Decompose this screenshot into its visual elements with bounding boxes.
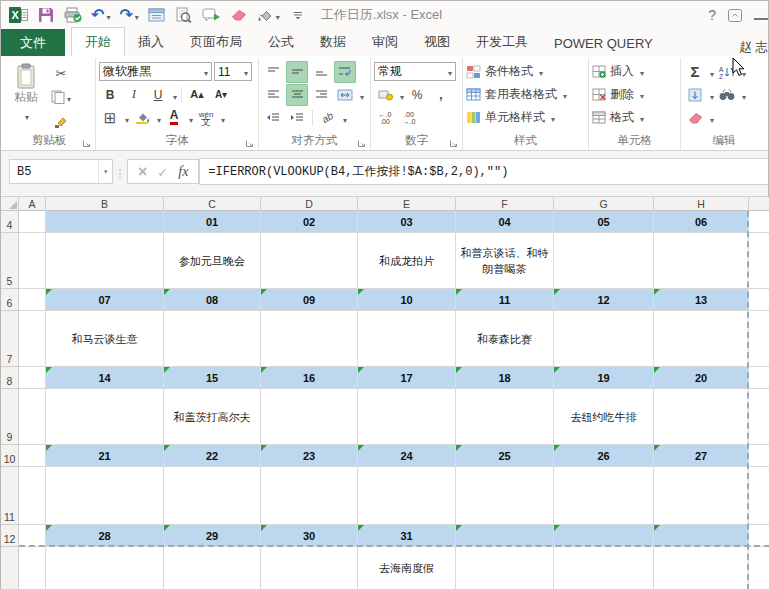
paste-button[interactable]: 粘贴 [6, 60, 46, 133]
font-dialog-launcher[interactable] [245, 139, 254, 148]
tab-page-layout[interactable]: 页面布局 [177, 28, 255, 56]
name-box[interactable]: B5 [9, 159, 113, 184]
grid-cell-E13[interactable]: 去海南度假 [358, 547, 456, 589]
increase-indent-button[interactable] [286, 107, 308, 129]
form-icon[interactable] [148, 5, 166, 25]
grid-cell-F13[interactable] [456, 547, 554, 589]
grid-cell-E9[interactable] [358, 389, 456, 445]
tab-developer[interactable]: 开发工具 [463, 28, 541, 56]
grid-cell-H6[interactable]: 13 [654, 289, 749, 311]
grid-cell-G5[interactable] [554, 233, 654, 289]
redo-caret-icon[interactable] [135, 6, 139, 24]
grid-cell-E8[interactable]: 17 [358, 367, 456, 389]
conditional-formatting-button[interactable]: 条件格式 [466, 60, 585, 83]
phonetic-guide-button[interactable]: wén文 [195, 107, 217, 129]
grid-cell-C12[interactable]: 29 [164, 525, 261, 547]
clipboard-dialog-launcher[interactable] [82, 139, 91, 148]
percent-style-button[interactable]: % [406, 84, 428, 106]
insert-function-button[interactable]: fx [178, 164, 188, 180]
orientation-caret-icon[interactable] [343, 109, 347, 127]
column-header-C[interactable]: C [164, 197, 261, 211]
grid-cell-G10[interactable]: 26 [554, 445, 654, 467]
grid-cell-A8[interactable] [19, 367, 46, 389]
align-right-button[interactable] [310, 84, 332, 106]
align-left-button[interactable] [262, 84, 284, 106]
grid-cell-F8[interactable]: 18 [456, 367, 554, 389]
column-header-B[interactable]: B [46, 197, 164, 211]
autosum-caret-icon[interactable] [710, 63, 714, 81]
redo-button[interactable]: ↷ [119, 5, 138, 25]
ribbon-display-options-button[interactable] [728, 9, 742, 22]
clear-caret-icon[interactable] [710, 109, 714, 127]
number-format-select[interactable]: 常规 [374, 62, 456, 81]
column-header-F[interactable]: F [456, 197, 554, 211]
grid-cell-D9[interactable] [261, 389, 358, 445]
undo-caret-icon[interactable] [106, 6, 110, 24]
quick-print-icon[interactable] [64, 5, 82, 25]
font-name-select[interactable]: 微软雅黑 [99, 62, 212, 81]
tab-formulas[interactable]: 公式 [255, 28, 307, 56]
grid-cell-B7[interactable]: 和马云谈生意 [46, 311, 164, 367]
grid-cell-B10[interactable]: 21 [46, 445, 164, 467]
save-icon[interactable] [37, 5, 55, 25]
alignment-dialog-launcher[interactable] [357, 139, 366, 148]
help-button[interactable]: ? [708, 7, 716, 23]
decrease-indent-button[interactable] [262, 107, 284, 129]
decrease-font-button[interactable] [210, 84, 232, 106]
grid-cell-B6[interactable]: 07 [46, 289, 164, 311]
tab-review[interactable]: 审阅 [359, 28, 411, 56]
tab-view[interactable]: 视图 [411, 28, 463, 56]
grid-cell-G4[interactable]: 05 [554, 211, 654, 233]
bold-button[interactable]: B [99, 84, 121, 106]
grid-cell-A6[interactable] [19, 289, 46, 311]
row-header-11[interactable]: 11 [1, 467, 19, 525]
grid-cell-G9[interactable]: 去纽约吃牛排 [554, 389, 654, 445]
insert-cells-button[interactable]: 插入 [592, 60, 677, 83]
orientation-button[interactable]: ab [317, 107, 339, 129]
grid-cell-H13[interactable] [654, 547, 749, 589]
grid-cell-C5[interactable]: 参加元旦晚会 [164, 233, 261, 289]
increase-font-button[interactable] [186, 84, 208, 106]
find-select-button[interactable] [716, 84, 738, 106]
tab-power-query[interactable]: POWER QUERY [541, 31, 666, 56]
grid-cell-G12[interactable] [554, 525, 654, 547]
grid-cell-C10[interactable]: 22 [164, 445, 261, 467]
grid-cell-H12[interactable] [654, 525, 749, 547]
underline-button[interactable]: U [147, 84, 169, 106]
grid-cell-G11[interactable] [554, 467, 654, 525]
grid-cell-B9[interactable] [46, 389, 164, 445]
column-header-D[interactable]: D [261, 197, 358, 211]
grid-cell-H5[interactable] [654, 233, 749, 289]
fill-down-button[interactable] [684, 84, 706, 106]
column-header-H[interactable]: H [654, 197, 749, 211]
grid-cell-E6[interactable]: 10 [358, 289, 456, 311]
fill-color-caret-icon[interactable] [157, 109, 161, 127]
minimize-button[interactable] [754, 10, 768, 20]
grid-cell-A12[interactable] [19, 525, 46, 547]
grid-cell-E10[interactable]: 24 [358, 445, 456, 467]
grid-cell-F12[interactable] [456, 525, 554, 547]
row-header-7[interactable]: 7 [1, 311, 19, 367]
grid-cell-E12[interactable]: 31 [358, 525, 456, 547]
grid-cell-A7[interactable] [19, 311, 46, 367]
grid-cell-A13[interactable] [19, 547, 46, 589]
confirm-entry-icon[interactable] [157, 163, 168, 181]
grid-cell-G8[interactable]: 19 [554, 367, 654, 389]
grid-cell-E4[interactable]: 03 [358, 211, 456, 233]
grid-cell-D12[interactable]: 30 [261, 525, 358, 547]
comma-style-button[interactable]: , [430, 84, 452, 106]
borders-button[interactable] [99, 107, 121, 129]
merge-caret-icon[interactable] [360, 86, 364, 104]
tab-home[interactable]: 开始 [71, 27, 125, 57]
fill-color-button[interactable] [131, 107, 153, 129]
italic-button[interactable]: I [123, 84, 145, 106]
name-box-caret-icon[interactable] [98, 160, 112, 183]
grid-cell-A11[interactable] [19, 467, 46, 525]
tab-data[interactable]: 数据 [307, 28, 359, 56]
formula-input[interactable]: =IFERROR(VLOOKUP(B4,工作按排!$A:$B,2,0),"") [199, 158, 768, 185]
fill-bucket-caret-icon[interactable] [276, 6, 280, 24]
paste-caret-icon[interactable] [25, 106, 29, 124]
cut-button[interactable]: ✂ [50, 62, 72, 84]
row-header-10[interactable]: 10 [1, 445, 19, 467]
wrap-text-button[interactable] [334, 61, 356, 83]
